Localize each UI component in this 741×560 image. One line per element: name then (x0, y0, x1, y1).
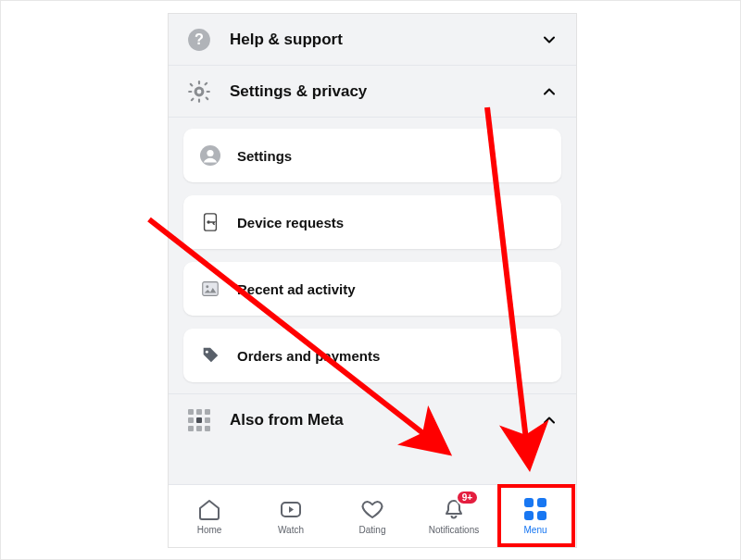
svg-rect-7 (189, 82, 194, 87)
nav-home[interactable]: Home (169, 485, 250, 547)
svg-rect-9 (204, 81, 208, 86)
nav-home-label: Home (197, 525, 222, 535)
notifications-badge: 9+ (456, 490, 479, 505)
svg-point-15 (207, 220, 210, 224)
help-icon: ? (185, 26, 213, 54)
phone-frame: ? Help & support Settings & privacy (168, 13, 577, 548)
section-also-from-meta-label: Also from Meta (230, 411, 539, 429)
chevron-up-icon (539, 81, 559, 102)
svg-point-11 (197, 89, 202, 93)
chevron-up-icon (539, 410, 559, 430)
image-icon (198, 277, 222, 301)
svg-point-18 (206, 351, 208, 354)
section-help-label: Help & support (230, 31, 539, 49)
section-help-support[interactable]: ? Help & support (169, 14, 576, 66)
svg-rect-10 (190, 97, 195, 102)
menu-item-orders-payments[interactable]: Orders and payments (183, 329, 561, 382)
section-also-from-meta[interactable]: Also from Meta (169, 393, 576, 445)
nav-notifications-label: Notifications (429, 525, 479, 535)
heart-icon (359, 497, 385, 521)
svg-point-17 (206, 285, 208, 288)
svg-point-13 (207, 150, 213, 156)
svg-rect-3 (198, 81, 200, 84)
device-key-icon (198, 210, 222, 234)
svg-rect-5 (188, 90, 192, 92)
menu-item-settings-label: Settings (237, 148, 292, 164)
nav-watch[interactable]: Watch (250, 485, 332, 547)
menu-content: ? Help & support Settings & privacy (169, 14, 576, 484)
svg-rect-8 (205, 96, 209, 101)
menu-icon (522, 497, 548, 521)
home-icon (196, 497, 222, 521)
chevron-down-icon (539, 30, 559, 50)
section-settings-privacy-label: Settings & privacy (230, 82, 539, 101)
svg-rect-16 (203, 282, 219, 296)
section-settings-privacy[interactable]: Settings & privacy (169, 66, 576, 118)
svg-rect-6 (207, 90, 210, 92)
settings-privacy-items: Settings Device requests Recent ad activ… (169, 118, 576, 393)
price-tag-icon (198, 343, 222, 367)
nav-menu-label: Menu (523, 525, 546, 535)
menu-item-device-requests-label: Device requests (237, 215, 344, 230)
bottom-nav: Home Watch Dating 9+ Notifications (169, 484, 576, 547)
grid-icon (185, 406, 213, 434)
menu-item-orders-payments-label: Orders and payments (237, 348, 380, 364)
menu-item-settings[interactable]: Settings (183, 129, 561, 182)
nav-dating[interactable]: Dating (332, 485, 413, 547)
profile-icon (198, 143, 222, 168)
svg-text:?: ? (195, 31, 204, 47)
nav-notifications[interactable]: 9+ Notifications (413, 485, 495, 547)
nav-dating-label: Dating (359, 525, 386, 535)
watch-icon (278, 497, 304, 521)
gear-icon (185, 78, 213, 106)
nav-menu[interactable]: Menu (495, 485, 576, 547)
menu-item-recent-ad-activity[interactable]: Recent ad activity (183, 262, 561, 316)
menu-item-recent-ad-activity-label: Recent ad activity (237, 281, 356, 297)
svg-rect-4 (198, 98, 200, 102)
menu-item-device-requests[interactable]: Device requests (183, 195, 561, 249)
nav-watch-label: Watch (278, 525, 304, 535)
